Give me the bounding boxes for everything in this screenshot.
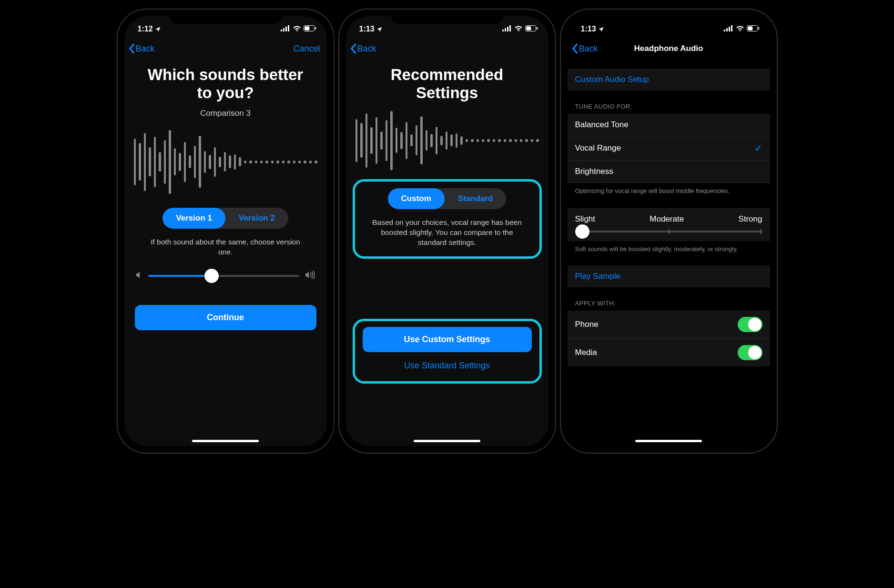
svg-rect-2: [285, 27, 287, 31]
boost-slider[interactable]: [575, 231, 762, 233]
apply-media-label: Media: [575, 348, 597, 357]
battery-icon: [525, 25, 538, 33]
boost-slider-labels: Slight Moderate Strong: [568, 208, 770, 229]
phone-frame-2: 1:13 Back Recommended Settings: [339, 10, 555, 453]
svg-rect-0: [281, 30, 282, 31]
apply-phone-toggle[interactable]: [738, 317, 762, 332]
play-sample-label: Play Sample: [575, 272, 620, 281]
screen-2: 1:13 Back Recommended Settings: [346, 16, 549, 446]
signal-icon: [724, 25, 733, 33]
boost-thumb[interactable]: [575, 224, 589, 239]
svg-rect-12: [526, 26, 531, 30]
version-segmented-control[interactable]: Version 1 Version 2: [163, 208, 288, 229]
back-button[interactable]: Back: [128, 43, 155, 54]
use-custom-button[interactable]: Use Custom Settings: [363, 327, 532, 352]
custom-audio-setup-label: Custom Audio Setup: [575, 75, 649, 84]
wifi-icon: [514, 25, 523, 33]
svg-rect-10: [509, 25, 511, 31]
tune-footer: Optimizing for vocal range will boost mi…: [568, 183, 770, 195]
back-button[interactable]: Back: [350, 43, 376, 54]
help-text: If both sound about the same, choose ver…: [124, 231, 327, 261]
svg-rect-20: [758, 27, 759, 30]
play-sample-row[interactable]: Play Sample: [568, 265, 770, 287]
back-label: Back: [357, 44, 376, 54]
waveform-graphic: [124, 118, 327, 199]
svg-rect-1: [283, 28, 284, 31]
status-time: 1:13: [581, 25, 596, 33]
use-standard-button[interactable]: Use Standard Settings: [359, 354, 536, 377]
nav-bar: Back Headphone Audio: [568, 39, 770, 60]
waveform-graphic: [346, 104, 549, 175]
svg-rect-16: [729, 27, 730, 31]
page-title: Recommended Settings: [346, 60, 549, 104]
location-icon: [155, 26, 161, 32]
svg-rect-9: [507, 27, 508, 31]
label-slight: Slight: [575, 214, 596, 224]
label-strong: Strong: [738, 214, 762, 224]
notch: [169, 10, 282, 24]
wifi-icon: [293, 25, 301, 33]
apply-media-row: Media: [568, 339, 770, 366]
back-label: Back: [136, 44, 155, 54]
phone-frame-3: 1:13 Back Headphone Audio Custo: [561, 10, 777, 453]
option-brightness[interactable]: Brightness: [568, 161, 770, 183]
segment-version-2[interactable]: Version 2: [225, 208, 288, 229]
screen-1: 1:12 Back Cance: [124, 16, 327, 446]
signal-icon: [502, 25, 512, 33]
location-icon: [376, 26, 383, 32]
nav-bar: Back: [346, 39, 549, 60]
svg-rect-13: [537, 27, 538, 30]
segment-version-1[interactable]: Version 1: [163, 208, 225, 229]
volume-high-icon: [305, 271, 315, 281]
apply-phone-row: Phone: [568, 311, 770, 339]
highlight-segment-box: Custom Standard Based on your choices, v…: [353, 179, 542, 259]
volume-low-icon: [136, 271, 142, 281]
screen-3: 1:13 Back Headphone Audio Custo: [568, 16, 770, 446]
phone-frame-1: 1:12 Back Cance: [118, 10, 334, 453]
svg-rect-5: [305, 26, 309, 30]
back-button[interactable]: Back: [571, 43, 598, 54]
svg-rect-7: [502, 30, 504, 31]
signal-icon: [281, 25, 290, 33]
svg-rect-8: [505, 28, 506, 31]
segment-standard[interactable]: Standard: [445, 188, 507, 209]
svg-rect-17: [731, 25, 732, 31]
checkmark-icon: ✓: [754, 142, 762, 154]
segment-custom[interactable]: Custom: [388, 188, 445, 209]
notch: [391, 10, 503, 24]
svg-rect-15: [726, 28, 728, 31]
home-indicator[interactable]: [635, 440, 702, 442]
apply-phone-label: Phone: [575, 320, 599, 329]
svg-rect-3: [288, 25, 289, 31]
svg-rect-14: [724, 30, 725, 31]
mode-segmented-control[interactable]: Custom Standard: [388, 188, 507, 209]
apply-header: APPLY WITH:: [568, 300, 770, 311]
volume-thumb[interactable]: [204, 269, 219, 283]
page-subtitle: Comparison 3: [124, 104, 327, 118]
back-label: Back: [579, 44, 598, 54]
highlight-buttons-box: Use Custom Settings Use Standard Setting…: [353, 319, 542, 384]
option-vocal-range[interactable]: Vocal Range ✓: [568, 136, 770, 161]
home-indicator[interactable]: [414, 440, 480, 442]
location-icon: [598, 26, 604, 32]
custom-audio-setup-row[interactable]: Custom Audio Setup: [568, 69, 770, 91]
page-title: Which sounds better to you?: [124, 60, 327, 104]
status-time: 1:12: [138, 25, 153, 33]
home-indicator[interactable]: [192, 440, 259, 442]
apply-media-toggle[interactable]: [738, 345, 762, 360]
tune-header: TUNE AUDIO FOR:: [568, 103, 770, 114]
volume-slider-row: [124, 261, 327, 286]
svg-rect-6: [315, 27, 316, 30]
volume-slider[interactable]: [148, 275, 299, 277]
option-label: Balanced Tone: [575, 120, 629, 130]
recommendation-text: Based on your choices, vocal range has b…: [359, 211, 536, 250]
continue-button[interactable]: Continue: [135, 305, 316, 330]
option-label: Brightness: [575, 167, 613, 176]
battery-icon: [304, 25, 316, 33]
notch: [612, 10, 725, 24]
option-balanced-tone[interactable]: Balanced Tone: [568, 114, 770, 136]
svg-rect-19: [748, 26, 752, 30]
cancel-button[interactable]: Cancel: [293, 44, 320, 54]
label-moderate: Moderate: [650, 214, 684, 224]
option-label: Vocal Range: [575, 143, 621, 153]
